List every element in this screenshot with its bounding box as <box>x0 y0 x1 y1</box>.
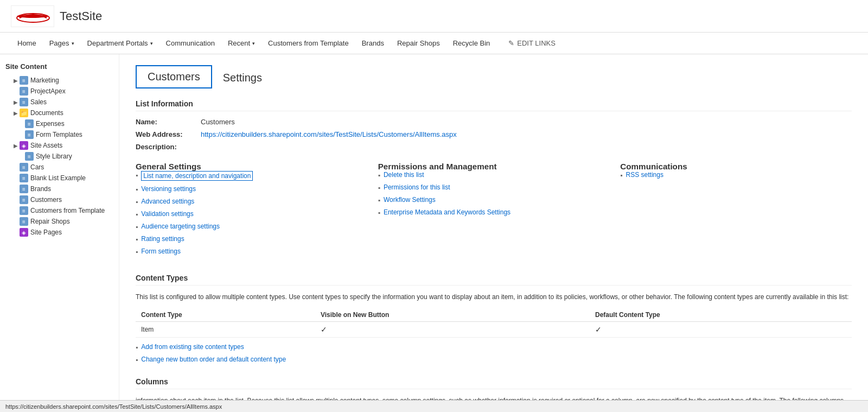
link-list-name-desc: List name, description and navigation <box>136 171 367 181</box>
main-nav: Home Pages ▾ Department Portals ▾ Commun… <box>0 33 868 54</box>
col-content-type: Content Type <box>136 308 315 322</box>
form-link[interactable]: Form settings <box>141 248 181 255</box>
page-tabs: Customers Settings <box>136 65 852 88</box>
sidebar-item-form-templates[interactable]: ▶ ≡ Form Templates <box>5 129 113 140</box>
content-types-table: Content Type Visible on New Button Defau… <box>136 308 852 338</box>
form-templates-list-icon: ≡ <box>25 130 34 139</box>
sidebar-item-sales[interactable]: ▶ ≡ Sales <box>5 97 113 107</box>
nav-brands[interactable]: Brands <box>355 33 391 54</box>
content-type-visible: ✓ <box>315 322 590 338</box>
recent-dropdown-icon: ▾ <box>252 41 255 46</box>
content-types-title: Content Types <box>136 274 852 286</box>
col-visible: Visible on New Button <box>315 308 590 322</box>
enterprise-metadata-link[interactable]: Enterprise Metadata and Keywords Setting… <box>384 208 510 216</box>
web-address-row: Web Address: https://citizenbuilders.sha… <box>136 130 852 138</box>
list-name-row: Name: Customers <box>136 118 852 126</box>
main-content: Customers Settings List Information Name… <box>119 54 868 412</box>
sidebar-item-repair-shops[interactable]: ▶ ≡ Repair Shops <box>5 216 113 227</box>
list-name-desc-nav-link[interactable]: List name, description and navigation <box>141 171 253 181</box>
customers-from-template-list-icon: ≡ <box>20 206 28 215</box>
logo-image <box>11 5 54 27</box>
status-url: https://citizenbuilders.sharepoint.com/s… <box>5 403 222 410</box>
rss-settings-link[interactable]: RSS settings <box>626 171 663 179</box>
cars-list-icon: ≡ <box>20 163 28 172</box>
rating-link[interactable]: Rating settings <box>141 235 184 243</box>
expenses-list-icon: ≡ <box>25 119 34 128</box>
style-library-list-icon: ≡ <box>25 152 34 161</box>
sidebar-item-cars[interactable]: ▶ ≡ Cars <box>5 162 113 173</box>
top-bar: TestSite <box>0 0 868 33</box>
sidebar-item-site-pages[interactable]: ▶ ◈ Site Pages <box>5 227 113 238</box>
content-types-desc: This list is configured to allow multipl… <box>136 292 852 302</box>
link-form: Form settings <box>136 248 367 256</box>
nav-communication[interactable]: Communication <box>159 33 221 54</box>
site-title: TestSite <box>60 9 102 23</box>
brands-list-icon: ≡ <box>20 185 28 193</box>
link-change-new-button: Change new button order and default cont… <box>136 356 852 364</box>
general-settings-title: General Settings <box>136 162 367 171</box>
audience-link[interactable]: Audience targeting settings <box>141 223 220 230</box>
validation-link[interactable]: Validation settings <box>141 210 194 218</box>
columns-title: Columns <box>136 377 852 389</box>
content-type-default: ✓ <box>590 322 852 338</box>
site-pages-icon: ◈ <box>20 228 28 237</box>
documents-folder-icon: 📁 <box>20 109 28 117</box>
nav-repair-shops[interactable]: Repair Shops <box>391 33 446 54</box>
expand-sales-icon: ▶ <box>14 99 18 105</box>
link-advanced: Advanced settings <box>136 198 367 206</box>
link-enterprise-metadata: Enterprise Metadata and Keywords Setting… <box>378 208 610 217</box>
delete-list-link[interactable]: Delete this list <box>384 171 424 179</box>
nav-recent[interactable]: Recent ▾ <box>221 33 261 54</box>
site-assets-icon: ◈ <box>20 141 28 150</box>
general-settings-col: General Settings List name, description … <box>136 162 367 260</box>
tab-customers[interactable]: Customers <box>136 65 212 88</box>
description-label: Description: <box>136 143 201 151</box>
link-permissions-for-list: Permissions for this list <box>378 183 610 192</box>
customers-list-icon: ≡ <box>20 195 28 204</box>
nav-customers-from-template[interactable]: Customers from Template <box>261 33 355 54</box>
name-value: Customers <box>201 118 235 126</box>
content-type-item-row: Item ✓ ✓ <box>136 322 852 338</box>
sidebar-item-customers[interactable]: ▶ ≡ Customers <box>5 194 113 205</box>
nav-edit-links[interactable]: EDIT LINKS <box>502 33 562 54</box>
sales-list-icon: ≡ <box>20 98 28 106</box>
sidebar-item-blank-list[interactable]: ▶ ≡ Blank List Example <box>5 173 113 183</box>
content-types-section: Content Types This list is configured to… <box>136 274 852 364</box>
web-address-link[interactable]: https://citizenbuilders.sharepoint.com/s… <box>201 130 457 138</box>
sidebar: Site Content ▶ ≡ Marketing ▶ ≡ ProjectAp… <box>0 54 119 412</box>
permissions-title: Permissions and Management <box>378 162 610 171</box>
list-info-title: List Information <box>136 99 852 111</box>
sidebar-item-brands[interactable]: ▶ ≡ Brands <box>5 183 113 194</box>
nav-pages[interactable]: Pages ▾ <box>43 33 81 54</box>
tab-settings[interactable]: Settings <box>212 67 273 88</box>
sidebar-item-marketing[interactable]: ▶ ≡ Marketing <box>5 75 113 86</box>
sidebar-item-projectapex[interactable]: ▶ ≡ ProjectApex <box>5 86 113 97</box>
versioning-link[interactable]: Versioning settings <box>141 185 196 193</box>
description-row: Description: <box>136 143 852 151</box>
default-check-icon: ✓ <box>595 325 602 334</box>
link-audience: Audience targeting settings <box>136 223 367 231</box>
nav-recycle-bin[interactable]: Recycle Bin <box>446 33 497 54</box>
communications-col: Communications RSS settings <box>620 162 852 260</box>
add-from-existing-link[interactable]: Add from existing site content types <box>141 343 244 351</box>
workflow-settings-link[interactable]: Workflow Settings <box>384 196 436 204</box>
link-rating: Rating settings <box>136 235 367 243</box>
expand-documents-icon: ▶ <box>14 110 18 116</box>
projectapex-list-icon: ≡ <box>20 87 28 96</box>
nav-home[interactable]: Home <box>11 33 43 54</box>
sidebar-item-style-library[interactable]: ▶ ≡ Style Library <box>5 151 113 162</box>
sidebar-item-expenses[interactable]: ▶ ≡ Expenses <box>5 118 113 129</box>
advanced-link[interactable]: Advanced settings <box>141 198 194 205</box>
blank-list-icon: ≡ <box>20 174 28 182</box>
permissions-for-list-link[interactable]: Permissions for this list <box>384 183 450 191</box>
web-address-label: Web Address: <box>136 130 201 138</box>
link-add-from-existing: Add from existing site content types <box>136 343 852 351</box>
communications-title: Communications <box>620 162 852 171</box>
sidebar-item-customers-from-template[interactable]: ▶ ≡ Customers from Template <box>5 205 113 216</box>
nav-department-portals[interactable]: Department Portals ▾ <box>81 33 159 54</box>
sidebar-item-documents[interactable]: ▶ 📁 Documents <box>5 107 113 118</box>
change-new-button-link[interactable]: Change new button order and default cont… <box>141 356 286 363</box>
name-label: Name: <box>136 118 201 126</box>
expand-marketing-icon: ▶ <box>14 78 18 84</box>
sidebar-item-site-assets[interactable]: ▶ ◈ Site Assets <box>5 140 113 151</box>
